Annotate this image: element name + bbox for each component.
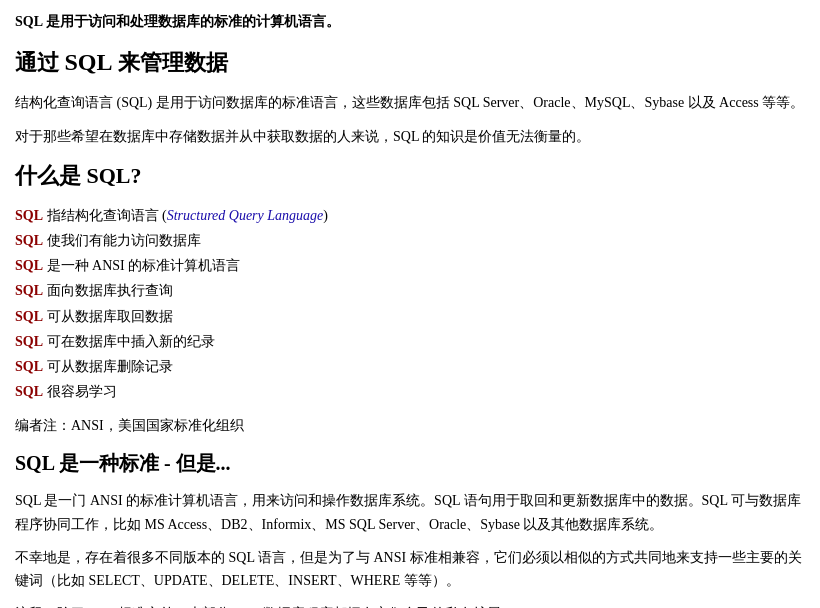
sql-prefix: SQL [15, 384, 43, 399]
section2-title: 什么是 SQL? [15, 158, 805, 193]
section2-title-sql: SQL? [87, 163, 142, 188]
sql-prefix: SQL [15, 283, 43, 298]
list-item: SQL 可从数据库删除记录 [15, 354, 805, 379]
list-item: SQL 可在数据库中插入新的纪录 [15, 329, 805, 354]
section1-title-sql: SQL [65, 49, 113, 75]
list-item-text: 是一种 ANSI 的标准计算机语言 [43, 258, 240, 273]
sql-prefix: SQL [15, 233, 43, 248]
sql-prefix: SQL [15, 208, 43, 223]
list-item: SQL 可从数据库取回数据 [15, 304, 805, 329]
list-item: SQL 面向数据库执行查询 [15, 278, 805, 303]
list-item-text: 可从数据库删除记录 [43, 359, 173, 374]
list-item-text: 指结构化查询语言 (Structured Query Language) [43, 208, 328, 223]
sql-prefix: SQL [15, 258, 43, 273]
section1-title-suffix: 来管理数据 [113, 50, 229, 75]
sql-prefix: SQL [15, 334, 43, 349]
section1-para1: 结构化查询语言 (SQL) 是用于访问数据库的标准语言，这些数据库包括 SQL … [15, 91, 805, 114]
ansi-note: 编者注：ANSI，美国国家标准化组织 [15, 414, 805, 437]
list-item: SQL 是一种 ANSI 的标准计算机语言 [15, 253, 805, 278]
list-item-text: 可从数据库取回数据 [43, 309, 173, 324]
sql-prefix: SQL [15, 309, 43, 324]
section1-para2: 对于那些希望在数据库中存储数据并从中获取数据的人来说，SQL 的知识是价值无法衡… [15, 125, 805, 148]
list-item-text: 使我们有能力访问数据库 [43, 233, 201, 248]
section3-para2: 不幸地是，存在着很多不同版本的 SQL 语言，但是为了与 ANSI 标准相兼容，… [15, 546, 805, 592]
structured-query-link[interactable]: Structured Query Language [167, 208, 324, 223]
list-item-text: 很容易学习 [43, 384, 117, 399]
section1-title: 通过 SQL 来管理数据 [15, 43, 805, 81]
intro-bold-text: SQL 是用于访问和处理数据库的标准的计算机语言。 [15, 14, 340, 29]
section3-para1: SQL 是一门 ANSI 的标准计算机语言，用来访问和操作数据库系统。SQL 语… [15, 489, 805, 535]
list-item: SQL 指结构化查询语言 (Structured Query Language) [15, 203, 805, 228]
intro-paragraph: SQL 是用于访问和处理数据库的标准的计算机语言。 [15, 10, 805, 33]
sql-features-list: SQL 指结构化查询语言 (Structured Query Language)… [15, 203, 805, 405]
section3-title: SQL 是一种标准 - 但是... [15, 447, 805, 479]
list-item-text: 可在数据库中插入新的纪录 [43, 334, 215, 349]
section1-title-prefix: 通过 [15, 50, 65, 75]
list-item: SQL 使我们有能力访问数据库 [15, 228, 805, 253]
section2-title-prefix: 什么是 [15, 163, 87, 188]
list-item: SQL 很容易学习 [15, 379, 805, 404]
sql-prefix: SQL [15, 359, 43, 374]
section3-para3: 注释：除了 SQL 标准之外，大部分 SQL 数据库程序都拥有它们自己的私有扩展… [15, 602, 805, 608]
list-item-text: 面向数据库执行查询 [43, 283, 173, 298]
